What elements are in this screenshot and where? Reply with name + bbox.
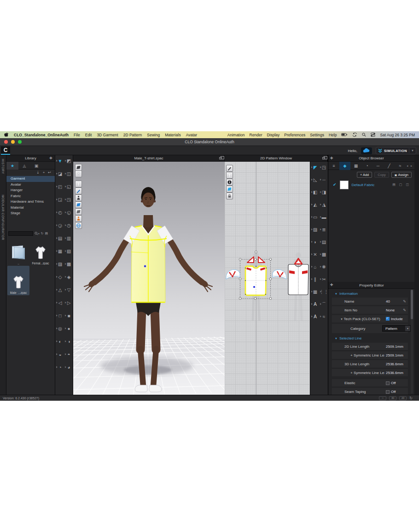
fabric-name[interactable]: Default Fabric bbox=[352, 183, 375, 187]
dart-2d-icon[interactable]: ◭ bbox=[311, 201, 319, 209]
table-icon[interactable]: ▦ bbox=[311, 288, 319, 296]
notch-icon[interactable]: ◶ bbox=[56, 222, 64, 229]
spotlight-search-icon[interactable] bbox=[362, 133, 366, 137]
favorites-tab-icon[interactable]: ★ bbox=[6, 162, 18, 170]
fabric-tab-icon[interactable]: ◆ bbox=[339, 162, 350, 170]
shirt-tool-icon[interactable] bbox=[75, 181, 82, 187]
add-fabric-button[interactable]: + Add bbox=[357, 172, 372, 178]
parallel-icon[interactable]: ∥ bbox=[311, 275, 319, 283]
assign-fabric-button[interactable]: ▣Assign bbox=[391, 172, 412, 178]
refresh-icon[interactable]: ↻ bbox=[41, 232, 44, 235]
library-item[interactable]: Garment bbox=[6, 176, 55, 182]
avatar-heart-icon[interactable]: ♡ bbox=[75, 170, 82, 177]
scene-tab-icon[interactable]: ≡ bbox=[328, 162, 339, 170]
copy-fabric-button[interactable]: Copy bbox=[374, 172, 389, 178]
detach-window-icon[interactable] bbox=[219, 157, 222, 159]
curve-text-icon[interactable]: ⌒ bbox=[320, 300, 328, 308]
view-3d-button[interactable]: 3D bbox=[389, 396, 396, 400]
info-icon[interactable] bbox=[226, 179, 233, 186]
panel-add-icon[interactable]: ✚ bbox=[330, 283, 333, 287]
viewport-3d-canvas[interactable]: ♡ bbox=[73, 162, 225, 395]
show-pattern-icon[interactable] bbox=[226, 186, 233, 193]
pattern-show-icon[interactable] bbox=[75, 208, 82, 215]
arrangement-icon[interactable] bbox=[75, 194, 82, 201]
pattern-2d-canvas[interactable] bbox=[225, 162, 310, 395]
package-tab-icon[interactable]: ▣ bbox=[30, 162, 42, 170]
library-thumbnail[interactable]: Femal...zpac bbox=[29, 239, 52, 266]
include-checkbox[interactable] bbox=[386, 317, 390, 321]
refresh-icon[interactable]: ↻ bbox=[409, 396, 413, 400]
fabric-swatch[interactable] bbox=[340, 181, 349, 189]
fabric-row[interactable]: ✔ Default Fabric ▤ ▢ ◫ bbox=[328, 179, 415, 190]
off-checkbox[interactable] bbox=[386, 381, 390, 385]
clo-logo[interactable]: C bbox=[1, 146, 10, 155]
off-checkbox[interactable] bbox=[386, 390, 390, 394]
menu-item-render[interactable]: Render bbox=[250, 133, 262, 137]
dots-icon[interactable]: ◦◦ bbox=[320, 176, 328, 184]
menu-item-3d-garment[interactable]: 3D Garment bbox=[97, 133, 118, 137]
seamline-icon[interactable]: ▭ bbox=[311, 213, 319, 221]
free-sew-icon[interactable]: ◴ bbox=[56, 209, 64, 216]
flower-icon[interactable]: ❋ bbox=[320, 263, 328, 271]
category-dropdown[interactable]: Pattern ▼ bbox=[382, 325, 411, 332]
menu-item-edit[interactable]: Edit bbox=[85, 133, 92, 137]
information-section[interactable]: ▼Information bbox=[335, 292, 358, 296]
avatar-display-icon[interactable] bbox=[75, 215, 82, 222]
sewing-icon[interactable]: ◳ bbox=[65, 196, 73, 204]
library-thumbnail[interactable]: .. bbox=[7, 239, 29, 266]
internal-line-icon[interactable]: ◺ bbox=[311, 176, 319, 184]
selected-line-section[interactable]: ▼Selected Line bbox=[335, 336, 361, 340]
edit-curve-icon[interactable]: ◰ bbox=[56, 183, 64, 191]
dot-tool-icon[interactable]: ● bbox=[65, 325, 73, 333]
basting-icon[interactable]: ▬ bbox=[320, 213, 328, 221]
simulate-icon[interactable] bbox=[75, 164, 82, 171]
modular-configurator-tab[interactable]: MODULAR CONFIGURATOR bbox=[1, 195, 5, 240]
puckering-tab-icon[interactable]: ≈ bbox=[395, 162, 406, 170]
line-tab-icon[interactable]: ─ bbox=[372, 162, 384, 170]
house-icon[interactable]: ⌂ bbox=[311, 263, 319, 271]
menu-item-file[interactable]: File bbox=[74, 133, 80, 137]
dart-icon[interactable]: ◷ bbox=[65, 222, 73, 229]
trace-2d-icon[interactable]: ◮ bbox=[320, 201, 328, 209]
topstitch-tab-icon[interactable]: ╱ bbox=[384, 162, 395, 170]
menu-app-name[interactable]: CLO_Standalone_OnlineAuth bbox=[14, 133, 69, 137]
cloud-account-button[interactable] bbox=[361, 147, 372, 154]
add-point-icon[interactable]: ◫ bbox=[65, 170, 73, 178]
panel-add-icon[interactable]: ✚ bbox=[330, 156, 333, 160]
closet-tab-icon[interactable]: ◬ bbox=[18, 162, 30, 170]
fabric-show-icon[interactable] bbox=[75, 201, 82, 208]
edit-pattern-icon[interactable]: ◪ bbox=[56, 170, 64, 178]
flip-icon[interactable]: ▽ bbox=[65, 286, 73, 294]
scissors-icon[interactable]: ✂ bbox=[320, 275, 328, 283]
hatch-icon[interactable]: ▨ bbox=[311, 226, 319, 234]
library-item[interactable]: Hardware and Trims bbox=[6, 199, 55, 205]
menu-item-materials[interactable]: Materials bbox=[165, 133, 180, 137]
text-tool-icon[interactable]: A bbox=[311, 300, 319, 308]
panes-button[interactable]: ▫▫ bbox=[379, 396, 386, 400]
stack-icon[interactable]: ≣ bbox=[320, 226, 328, 234]
grading-icon[interactable]: ▥ bbox=[65, 234, 73, 242]
simulation-button[interactable]: SIMULATION ▼ bbox=[376, 147, 416, 154]
pin-tool-icon[interactable]: ◔ bbox=[56, 363, 64, 371]
library-item[interactable]: Avatar bbox=[6, 182, 55, 188]
half2-tool-icon[interactable]: ◑ bbox=[65, 338, 73, 345]
download-icon[interactable]: ⇣ bbox=[36, 170, 40, 175]
hardware-tab-icon[interactable]: ▦ bbox=[350, 162, 361, 170]
edit-icon[interactable]: ✎ bbox=[403, 308, 406, 312]
poly-pattern-icon[interactable]: ◧ bbox=[311, 188, 319, 196]
history-tab[interactable]: HISTORY bbox=[1, 159, 5, 174]
box-tool-icon[interactable]: □ bbox=[56, 312, 64, 320]
detach-window-icon[interactable] bbox=[322, 157, 325, 159]
fabric-row-icons[interactable]: ▤ ▢ ◫ bbox=[392, 183, 415, 187]
edit-icon[interactable]: ✎ bbox=[403, 299, 406, 304]
grid-2d-icon[interactable]: ▤ bbox=[320, 238, 328, 246]
halfmoon-icon[interactable]: ◗ bbox=[311, 238, 319, 246]
avatar-tab-icon[interactable]: ◔ bbox=[361, 162, 372, 170]
tab-scroll-arrows[interactable]: ◂ ▸ bbox=[407, 164, 415, 167]
pleat-icon[interactable]: ▤ bbox=[56, 234, 64, 242]
add-icon[interactable]: + bbox=[43, 170, 45, 175]
seam-icon[interactable]: ◇ bbox=[56, 273, 64, 281]
detail-icon[interactable]: ◵ bbox=[65, 209, 73, 216]
menu-clock[interactable]: Sat Aug 26 3:25 PM bbox=[380, 133, 415, 137]
cross-icon[interactable]: ✕ bbox=[311, 251, 319, 258]
